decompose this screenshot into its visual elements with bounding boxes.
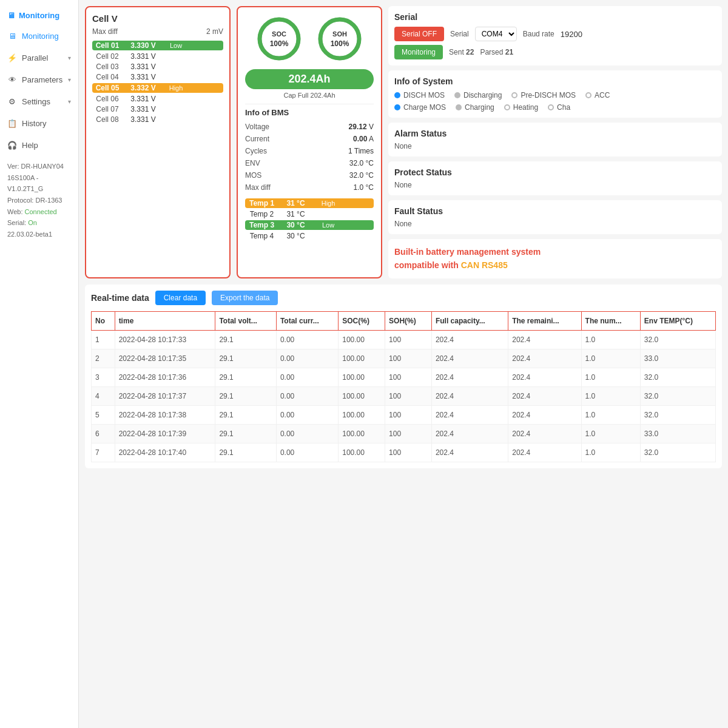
chevron-icon: ▾: [68, 55, 71, 61]
table-header-cell: Env TEMP(°C): [640, 311, 715, 330]
com-select[interactable]: COM4: [475, 27, 517, 41]
table-cell: 2022-04-28 10:17:40: [115, 443, 215, 462]
soc-circle: SOC 100%: [255, 15, 303, 63]
main-content: Cell V Max diff 2 mV Cell 01 3.330 V Low…: [79, 0, 728, 728]
table-cell: 202.4: [431, 386, 508, 405]
params-icon: 👁: [7, 75, 17, 84]
table-cell: 2022-04-28 10:17:33: [115, 330, 215, 349]
history-icon: 📋: [7, 118, 17, 128]
table-cell: 202.4: [431, 424, 508, 443]
table-cell: 100: [385, 443, 432, 462]
cell-row: Cell 01 3.330 V Low: [92, 41, 223, 50]
bms-voltage-row: Voltage 29.12 V: [245, 121, 374, 133]
temp-row: Temp 1 31 °C High: [245, 198, 374, 208]
table-cell: 1.0: [581, 330, 640, 349]
can-section: Built-in battery management system compa…: [388, 239, 722, 278]
sidebar-item-monitoring[interactable]: 🖥 Monitoring: [0, 25, 78, 47]
charging-item: Charging: [456, 103, 494, 112]
pre-disch-mos-item: Pre-DISCH MOS: [511, 91, 576, 99]
sidebar-item-help[interactable]: 🎧 Help: [0, 134, 78, 156]
fault-value: None: [394, 220, 716, 228]
table-cell: 29.1: [215, 386, 277, 405]
table-header-cell: Total volt...: [215, 311, 277, 330]
table-cell: 202.4: [508, 349, 581, 368]
svg-text:SOC: SOC: [272, 30, 286, 38]
cap-full-text: Cap Full 202.4Ah: [245, 92, 374, 99]
system-row1: DISCH MOS Discharging Pre-DISCH MOS: [394, 91, 716, 99]
sidebar-item-settings[interactable]: ⚙ Settings ▾: [0, 90, 78, 112]
serial-title: Serial: [394, 12, 716, 22]
table-cell: 29.1: [215, 330, 277, 349]
sidebar-item-parameters[interactable]: 👁 Parameters ▾: [0, 69, 78, 90]
disch-mos-dot: [394, 92, 400, 98]
baud-label: Baud rate: [523, 30, 554, 38]
table-cell: 100: [385, 386, 432, 405]
monitoring-button[interactable]: Monitoring: [394, 45, 443, 59]
settings-icon: ⚙: [7, 96, 17, 106]
table-cell: 29.1: [215, 424, 277, 443]
protect-value: None: [394, 181, 716, 189]
table-cell: 100: [385, 405, 432, 424]
table-cell: 2022-04-28 10:17:39: [115, 424, 215, 443]
discharging-item: Discharging: [454, 91, 502, 99]
table-header-cell: Full capacity...: [431, 311, 508, 330]
table-row: 72022-04-28 10:17:4029.10.00100.00100202…: [92, 443, 716, 462]
table-row: 12022-04-28 10:17:3329.10.00100.00100202…: [92, 330, 716, 349]
table-cell: 202.4: [431, 443, 508, 462]
table-cell: 0.00: [276, 386, 338, 405]
table-header-cell: SOH(%): [385, 311, 432, 330]
table-cell: 2022-04-28 10:17:38: [115, 405, 215, 424]
table-cell: 32.0: [640, 386, 715, 405]
table-cell: 29.1: [215, 443, 277, 462]
fault-section: Fault Status None: [388, 200, 722, 234]
charge-mos-dot: [394, 104, 400, 110]
svg-text:SOH: SOH: [332, 30, 347, 38]
table-cell: 100.00: [339, 386, 385, 405]
cell-row: Cell 03 3.331 V: [92, 62, 223, 71]
top-section: Cell V Max diff 2 mV Cell 01 3.330 V Low…: [85, 6, 722, 278]
table-cell: 1.0: [581, 349, 640, 368]
table-cell: 1.0: [581, 386, 640, 405]
parallel-icon: ⚡: [7, 53, 17, 62]
charging-label: Charging: [465, 103, 494, 112]
bms-maxdiff-row: Max diff 1.0 °C: [245, 181, 374, 194]
table-cell: 100.00: [339, 424, 385, 443]
acc-dot: [585, 92, 592, 98]
pre-disch-label: Pre-DISCH MOS: [521, 91, 576, 99]
clear-data-button[interactable]: Clear data: [155, 291, 206, 305]
charge-mos-item: Charge MOS: [394, 103, 446, 112]
svg-point-1: [260, 19, 298, 58]
table-cell: 202.4: [431, 405, 508, 424]
heating-label: Heating: [513, 103, 538, 112]
sidebar-item-parallel[interactable]: ⚡ Parallel ▾: [0, 47, 78, 69]
table-header-cell: SOC(%): [339, 311, 385, 330]
chevron-icon: ▾: [68, 98, 71, 105]
table-header-cell: The num...: [581, 311, 640, 330]
realtime-label: Real-time data: [91, 293, 149, 303]
bms-env-row: ENV 32.0 °C: [245, 157, 374, 169]
pre-disch-dot: [511, 92, 517, 98]
system-section: Info of System DISCH MOS Discharging: [388, 70, 722, 118]
table-cell: 33.0: [640, 424, 715, 443]
cha-item: Cha: [548, 103, 570, 112]
table-header: NotimeTotal volt...Total curr...SOC(%)SO…: [92, 311, 716, 330]
fault-title: Fault Status: [394, 206, 716, 216]
table-cell: 0.00: [276, 424, 338, 443]
soh-circle: SOH 100%: [315, 15, 364, 63]
table-cell: 0.00: [276, 330, 338, 349]
export-data-button[interactable]: Export the data: [212, 291, 278, 305]
cell-row: Cell 06 3.331 V: [92, 95, 223, 103]
temp-row: Temp 2 31 °C: [245, 210, 374, 218]
table-cell: 202.4: [508, 386, 581, 405]
table-cell: 3: [92, 368, 115, 386]
temp-row: Temp 3 30 °C Low: [245, 220, 374, 230]
serial-off-button[interactable]: Serial OFF: [394, 27, 444, 41]
table-cell: 100: [385, 424, 432, 443]
table-cell: 100.00: [339, 368, 385, 386]
system-row2: Charge MOS Charging Heating: [394, 103, 716, 112]
table-cell: 1: [92, 330, 115, 349]
sidebar: 🖥 Monitoring 🖥 Monitoring ⚡ Parallel ▾ 👁…: [0, 0, 79, 728]
can-highlight: CAN RS485: [461, 260, 508, 270]
sidebar-item-history[interactable]: 📋 History: [0, 112, 78, 134]
table-cell: 0.00: [276, 405, 338, 424]
